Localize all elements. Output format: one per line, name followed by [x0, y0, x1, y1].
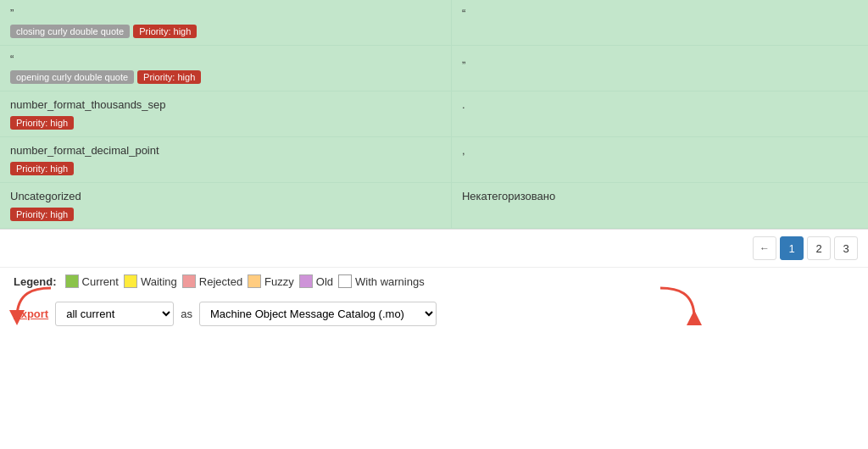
- source-cell: ”closing curly double quotePriority: hig…: [0, 0, 451, 46]
- table-row: ”closing curly double quotePriority: hig…: [0, 0, 868, 46]
- legend-item: Rejected: [182, 274, 242, 288]
- translation-text: Некатегоризовано: [462, 190, 858, 202]
- legend-color-box: [248, 274, 261, 288]
- legend-item: Waiting: [124, 274, 177, 288]
- translation-text: „: [462, 53, 858, 65]
- source-cell: UncategorizedPriority: high: [0, 183, 451, 229]
- badge-container: closing curly double quotePriority: high: [10, 23, 441, 38]
- legend-color-box: [299, 274, 313, 288]
- translation-text: “: [462, 7, 858, 19]
- badge-container: Priority: high: [10, 160, 441, 175]
- page-2-button[interactable]: 2: [807, 236, 831, 260]
- badge: opening curly double quote: [10, 70, 134, 84]
- badge: Priority: high: [133, 25, 197, 38]
- legend-color-box: [65, 274, 79, 288]
- legend-item: Fuzzy: [248, 274, 294, 288]
- badge: Priority: high: [10, 116, 74, 130]
- badge: Priority: high: [10, 208, 74, 221]
- translation-cell: .: [451, 91, 868, 137]
- translation-cell: „: [451, 46, 868, 91]
- legend-label: Legend:: [14, 275, 57, 288]
- source-cell: “opening curly double quotePriority: hig…: [0, 46, 451, 91]
- export-scope-select[interactable]: all currentallselected: [55, 302, 174, 326]
- legend-item-label: Fuzzy: [264, 275, 294, 288]
- source-entity-text: Uncategorized: [10, 190, 441, 202]
- legend-item-label: With warnings: [355, 275, 425, 288]
- export-format-select[interactable]: Machine Object Message Catalog (.mo)Gett…: [199, 302, 437, 326]
- badge: closing curly double quote: [10, 25, 130, 38]
- source-entity-text: number_format_decimal_point: [10, 144, 441, 157]
- badge-container: opening curly double quotePriority: high: [10, 69, 441, 84]
- export-label[interactable]: Export: [14, 308, 48, 320]
- table-row: number_format_decimal_pointPriority: hig…: [0, 137, 868, 183]
- badge: Priority: high: [10, 162, 74, 175]
- translation-cell: “: [451, 0, 868, 46]
- page-3-button[interactable]: 3: [834, 236, 858, 260]
- translation-cell: ,: [451, 137, 868, 183]
- badge-container: Priority: high: [10, 206, 441, 221]
- translation-table: ”closing curly double quotePriority: hig…: [0, 0, 868, 229]
- source-entity-text: ”: [10, 7, 441, 19]
- badge-container: Priority: high: [10, 114, 441, 130]
- source-entity-text: number_format_thousands_sep: [10, 98, 441, 111]
- translation-text: .: [462, 98, 858, 111]
- export-row: Export all currentallselected as Machine…: [0, 295, 868, 333]
- legend-item-label: Rejected: [199, 275, 242, 288]
- badge: Priority: high: [137, 70, 201, 84]
- legend-item-label: Old: [316, 275, 333, 288]
- pagination: ← 1 2 3: [0, 229, 868, 267]
- legend-color-box: [338, 274, 352, 288]
- source-cell: number_format_thousands_sepPriority: hig…: [0, 91, 451, 137]
- translation-cell: Некатегоризовано: [451, 183, 868, 229]
- page-1-button[interactable]: 1: [780, 236, 804, 260]
- legend-item: Current: [65, 274, 119, 288]
- legend-item-label: Waiting: [141, 275, 177, 288]
- legend-row: Legend: CurrentWaitingRejectedFuzzyOldWi…: [0, 267, 868, 295]
- translation-text: ,: [462, 144, 858, 157]
- legend-color-box: [124, 274, 137, 288]
- prev-page-button[interactable]: ←: [753, 236, 776, 260]
- legend-item: Old: [299, 274, 333, 288]
- source-cell: number_format_decimal_pointPriority: hig…: [0, 137, 451, 183]
- table-row: UncategorizedPriority: highНекатегоризов…: [0, 183, 868, 229]
- legend-color-box: [182, 274, 196, 288]
- table-row: number_format_thousands_sepPriority: hig…: [0, 91, 868, 137]
- table-row: “opening curly double quotePriority: hig…: [0, 46, 868, 91]
- entries-table: ”closing curly double quotePriority: hig…: [0, 0, 868, 229]
- legend-item-label: Current: [82, 275, 119, 288]
- as-label: as: [181, 308, 192, 320]
- bottom-section: Legend: CurrentWaitingRejectedFuzzyOldWi…: [0, 267, 868, 333]
- source-entity-text: “: [10, 53, 441, 65]
- legend-item: With warnings: [338, 274, 425, 288]
